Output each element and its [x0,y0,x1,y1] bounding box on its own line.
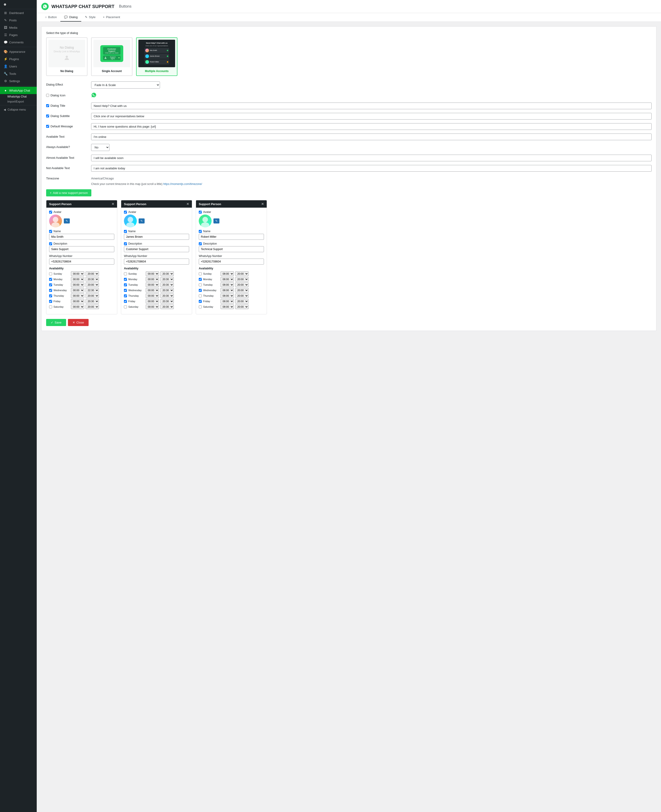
add-support-person-button[interactable]: + Add a new support person [46,189,91,196]
sidebar-item-settings[interactable]: ⚙ Settings [0,77,37,85]
card-1-friday-checkbox[interactable] [49,300,52,303]
card-1-tuesday-from[interactable]: 00:00 [71,282,84,287]
card-3-saturday-to[interactable]: 20:00 [235,305,249,309]
dialog-subtitle-input[interactable] [91,113,651,120]
card-1-description-input[interactable] [49,246,114,252]
card-3-avatar-edit-button[interactable]: ✎ [214,219,219,223]
card-2-friday-to[interactable]: 20:30 [160,299,174,303]
card-2-description-input[interactable] [124,246,189,252]
card-1-saturday-to[interactable]: 20:00 [86,305,99,309]
card-2-avatar-checkbox[interactable] [124,211,127,214]
card-2-wednesday-checkbox[interactable] [124,289,127,292]
card-2-saturday-checkbox[interactable] [124,305,127,308]
tab-style[interactable]: ✎ Style [81,13,99,22]
card-3-tuesday-from[interactable]: 08:00 [220,282,234,287]
card-1-wednesday-to[interactable]: 22:30 [86,288,99,292]
card-1-monday-checkbox[interactable] [49,278,52,281]
card-3-monday-checkbox[interactable] [199,278,202,281]
card-3-tuesday-to[interactable]: 20:00 [235,282,249,287]
card-2-sunday-from[interactable]: 00:00 [146,271,159,276]
card-1-sunday-checkbox[interactable] [49,272,52,275]
dialog-type-multiple[interactable]: Need Help? Chat with us Click one of our… [136,37,177,76]
card-2-tuesday-to[interactable]: 20:30 [160,282,174,287]
support-card-3-close[interactable]: ✕ [261,202,264,206]
dialog-type-single[interactable]: Customer Support Chat with our team Supp… [91,37,133,76]
card-1-avatar-edit-button[interactable]: ✎ [64,219,70,223]
card-1-tuesday-to[interactable]: 20:00 [86,282,99,287]
not-available-input[interactable] [91,165,651,172]
card-3-name-input[interactable] [199,234,264,240]
card-3-description-input[interactable] [199,246,264,252]
close-button[interactable]: ✕ Close [68,319,89,326]
default-message-checkbox[interactable] [46,125,49,128]
card-2-friday-from[interactable]: 00:00 [146,299,159,303]
sidebar-sub-import-export[interactable]: Import/Export [0,99,37,104]
card-3-whatsapp-input[interactable] [199,258,264,265]
card-2-friday-checkbox[interactable] [124,300,127,303]
card-1-wednesday-checkbox[interactable] [49,289,52,292]
card-2-monday-from[interactable]: 00:00 [146,277,159,282]
card-2-tuesday-checkbox[interactable] [124,283,127,286]
card-2-monday-to[interactable]: 20:30 [160,277,174,282]
card-3-wednesday-checkbox[interactable] [199,289,202,292]
card-2-wednesday-from[interactable]: 00:00 [146,288,159,292]
dialog-title-checkbox[interactable] [46,104,49,107]
default-message-checkbox-label[interactable]: Default Message [46,124,88,128]
card-1-name-checkbox[interactable] [49,230,52,233]
card-1-whatsapp-input[interactable] [49,258,114,265]
card-3-name-checkbox[interactable] [199,230,202,233]
sidebar-item-media[interactable]: 🖼 Media [0,24,37,31]
card-1-thursday-checkbox[interactable] [49,294,52,297]
card-2-sunday-checkbox[interactable] [124,272,127,275]
card-2-tuesday-from[interactable]: 00:00 [146,282,159,287]
card-2-sunday-to[interactable]: 20:30 [160,271,174,276]
sidebar-sub-whatsapp-chat[interactable]: WhatsApp Chat [0,94,37,99]
card-3-friday-to[interactable]: 20:00 [235,299,249,303]
card-1-monday-from[interactable]: 00:00 [71,277,84,282]
card-3-saturday-checkbox[interactable] [199,305,202,308]
card-2-monday-checkbox[interactable] [124,278,127,281]
card-2-description-checkbox[interactable] [124,242,127,245]
sidebar-item-pages[interactable]: ☰ Pages [0,31,37,38]
card-3-monday-to[interactable]: 20:00 [235,277,249,282]
dialog-subtitle-checkbox[interactable] [46,115,49,118]
dialog-icon-checkbox[interactable] [46,94,49,97]
card-2-saturday-to[interactable]: 20:30 [160,305,174,309]
dialog-effect-select[interactable]: Fade In & Scale Slide In Fade In Zoom In [91,81,160,89]
sidebar-item-plugins[interactable]: ⚡ Plugins [0,55,37,63]
always-available-select[interactable]: No Yes [91,144,110,151]
card-2-wednesday-to[interactable]: 20:30 [160,288,174,292]
card-3-tuesday-checkbox[interactable] [199,283,202,286]
tab-button[interactable]: ○ Button [41,13,61,22]
card-2-name-checkbox[interactable] [124,230,127,233]
card-3-friday-checkbox[interactable] [199,300,202,303]
tab-dialog[interactable]: 💬 Dialog [61,13,81,22]
sidebar-item-posts[interactable]: ✎ Posts [0,16,37,24]
card-3-wednesday-from[interactable]: 08:00 [220,288,234,292]
card-1-name-input[interactable] [49,234,114,240]
timezone-link[interactable]: https://momentjs.com/timezone/ [163,182,202,186]
card-3-wednesday-to[interactable]: 20:00 [235,288,249,292]
card-2-avatar-edit-button[interactable]: ✎ [139,219,145,223]
card-3-sunday-to[interactable]: 20:00 [235,271,249,276]
card-2-saturday-from[interactable]: 00:00 [146,305,159,309]
card-1-thursday-from[interactable]: 00:00 [71,294,84,298]
dialog-title-checkbox-label[interactable]: Dialog Title [46,104,88,107]
card-2-whatsapp-input[interactable] [124,258,189,265]
card-2-name-input[interactable] [124,234,189,240]
collapse-menu-button[interactable]: ◀ Collapse menu [0,106,37,113]
card-3-sunday-from[interactable]: 08:00 [220,271,234,276]
default-message-input[interactable] [91,123,651,130]
card-1-sunday-to[interactable]: 20:00 [86,271,99,276]
card-3-saturday-from[interactable]: 08:00 [220,305,234,309]
support-card-1-close[interactable]: ✕ [112,202,114,206]
sidebar-item-appearance[interactable]: 🎨 Appearance [0,48,37,55]
save-button[interactable]: ✓ Save [46,319,66,326]
dialog-subtitle-checkbox-label[interactable]: Dialog Subtitle [46,114,88,118]
sidebar-item-users[interactable]: 👤 Users [0,63,37,70]
card-3-friday-from[interactable]: 08:00 [220,299,234,303]
sidebar-item-whatsapp[interactable]: ● WhatsApp Chat [0,87,37,94]
card-3-thursday-checkbox[interactable] [199,294,202,297]
card-1-description-checkbox[interactable] [49,242,52,245]
available-text-input[interactable] [91,134,651,140]
